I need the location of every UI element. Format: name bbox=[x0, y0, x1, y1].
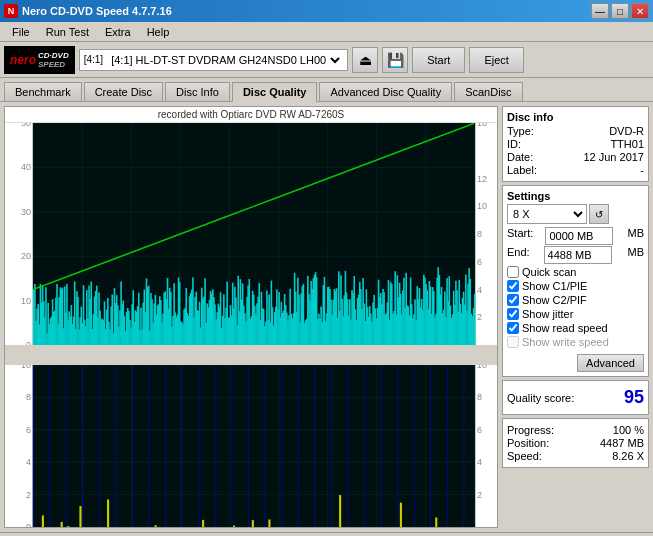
speed-value: 8.26 X bbox=[612, 450, 644, 462]
end-label: End: bbox=[507, 246, 530, 264]
show-read-speed-checkbox[interactable] bbox=[507, 322, 519, 334]
advanced-button[interactable]: Advanced bbox=[577, 354, 644, 372]
position-value: 4487 MB bbox=[600, 437, 644, 449]
show-c1pie-label: Show C1/PIE bbox=[522, 280, 587, 292]
date-label: Date: bbox=[507, 151, 533, 163]
drive-dropdown[interactable]: [4:1] HL-DT-ST DVDRAM GH24NSD0 LH00 bbox=[107, 53, 343, 67]
show-write-speed-checkbox[interactable] bbox=[507, 336, 519, 348]
progress-value: 100 % bbox=[613, 424, 644, 436]
show-c2pif-label: Show C2/PIF bbox=[522, 294, 587, 306]
chart-area: recorded with Optiarc DVD RW AD-7260S bbox=[4, 106, 498, 528]
chart-title: recorded with Optiarc DVD RW AD-7260S bbox=[5, 107, 497, 123]
quality-score-label: Quality score: bbox=[507, 392, 574, 404]
menu-help[interactable]: Help bbox=[139, 24, 178, 40]
quality-section: Quality score: 95 bbox=[502, 380, 649, 415]
show-c2pif-checkbox[interactable] bbox=[507, 294, 519, 306]
quality-score-value: 95 bbox=[624, 387, 644, 408]
app-icon: N bbox=[4, 4, 18, 18]
drive-selector[interactable]: [4:1] [4:1] HL-DT-ST DVDRAM GH24NSD0 LH0… bbox=[79, 49, 348, 71]
end-input[interactable] bbox=[544, 246, 612, 264]
side-panel: Disc info Type: DVD-R ID: TTH01 Date: 12… bbox=[498, 102, 653, 532]
disc-info-title: Disc info bbox=[507, 111, 644, 123]
show-read-speed-label: Show read speed bbox=[522, 322, 608, 334]
id-label: ID: bbox=[507, 138, 521, 150]
start-input[interactable] bbox=[545, 227, 613, 245]
maximize-button[interactable]: □ bbox=[611, 3, 629, 19]
tab-benchmark[interactable]: Benchmark bbox=[4, 82, 82, 101]
show-jitter-checkbox[interactable] bbox=[507, 308, 519, 320]
show-c1pie-checkbox[interactable] bbox=[507, 280, 519, 292]
start-button[interactable]: Start bbox=[412, 47, 465, 73]
show-jitter-label: Show jitter bbox=[522, 308, 573, 320]
title-bar: N Nero CD-DVD Speed 4.7.7.16 — □ ✕ bbox=[0, 0, 653, 22]
end-mb: MB bbox=[627, 246, 644, 264]
quick-scan-label: Quick scan bbox=[522, 266, 576, 278]
close-button[interactable]: ✕ bbox=[631, 3, 649, 19]
progress-label: Progress: bbox=[507, 424, 554, 436]
start-mb: MB bbox=[627, 227, 644, 245]
refresh-button[interactable]: ↺ bbox=[589, 204, 609, 224]
menu-file[interactable]: File bbox=[4, 24, 38, 40]
type-label: Type: bbox=[507, 125, 534, 137]
speed-dropdown[interactable]: 8 X bbox=[507, 204, 587, 224]
minimize-button[interactable]: — bbox=[591, 3, 609, 19]
stats-bar: PI Errors Average: 2.38 Maximum: 24 Tota… bbox=[0, 532, 653, 536]
tab-create-disc[interactable]: Create Disc bbox=[84, 82, 163, 101]
progress-section: Progress: 100 % Position: 4487 MB Speed:… bbox=[502, 418, 649, 468]
tab-bar: Benchmark Create Disc Disc Info Disc Qua… bbox=[0, 78, 653, 102]
toolbar: nero CD·DVDSPEED [4:1] [4:1] HL-DT-ST DV… bbox=[0, 42, 653, 78]
tab-scan-disc[interactable]: ScanDisc bbox=[454, 82, 522, 101]
eject-icon-btn[interactable]: ⏏ bbox=[352, 47, 378, 73]
speed-label: Speed: bbox=[507, 450, 542, 462]
menu-extra[interactable]: Extra bbox=[97, 24, 139, 40]
tab-disc-info[interactable]: Disc Info bbox=[165, 82, 230, 101]
label-value: - bbox=[640, 164, 644, 176]
id-value: TTH01 bbox=[610, 138, 644, 150]
tab-advanced-disc-quality[interactable]: Advanced Disc Quality bbox=[319, 82, 452, 101]
label-label: Label: bbox=[507, 164, 537, 176]
eject-button[interactable]: Eject bbox=[469, 47, 523, 73]
menu-bar: File Run Test Extra Help bbox=[0, 22, 653, 42]
nero-logo: nero CD·DVDSPEED bbox=[4, 46, 75, 74]
date-value: 12 Jun 2017 bbox=[583, 151, 644, 163]
position-label: Position: bbox=[507, 437, 549, 449]
disc-info-section: Disc info Type: DVD-R ID: TTH01 Date: 12… bbox=[502, 106, 649, 182]
start-label: Start: bbox=[507, 227, 533, 245]
tab-disc-quality[interactable]: Disc Quality bbox=[232, 82, 318, 102]
title-bar-text: Nero CD-DVD Speed 4.7.7.16 bbox=[22, 5, 172, 17]
type-value: DVD-R bbox=[609, 125, 644, 137]
quick-scan-checkbox[interactable] bbox=[507, 266, 519, 278]
show-write-speed-label: Show write speed bbox=[522, 336, 609, 348]
settings-title: Settings bbox=[507, 190, 644, 202]
main-chart bbox=[5, 123, 497, 527]
menu-run-test[interactable]: Run Test bbox=[38, 24, 97, 40]
save-icon-btn[interactable]: 💾 bbox=[382, 47, 408, 73]
settings-section: Settings 8 X ↺ Start: MB End: MB Quick s… bbox=[502, 185, 649, 377]
